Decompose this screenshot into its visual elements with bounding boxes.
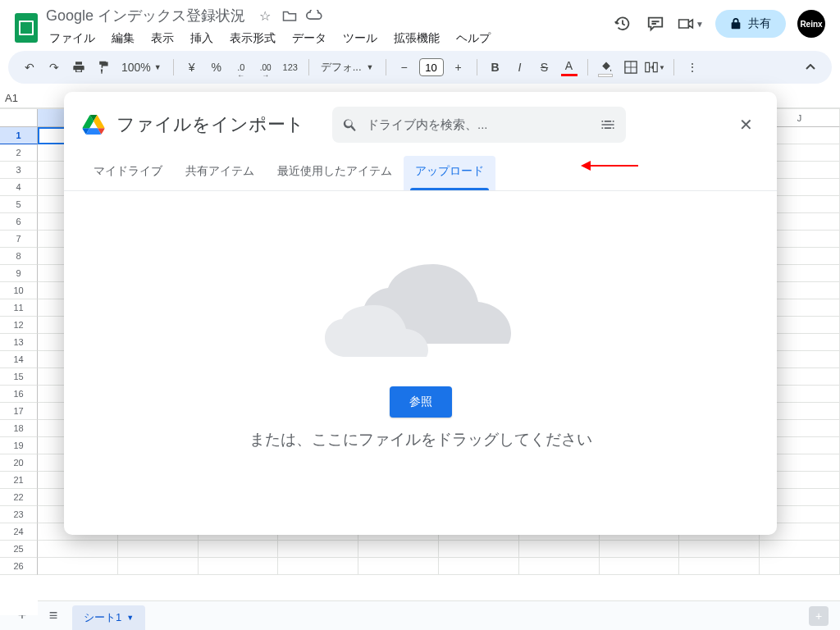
- annotation-arrow: [581, 162, 638, 169]
- import-file-dialog: ファイルをインポート ドライブ内を検索、... ✕ マイドライブ 共有アイテム …: [64, 92, 777, 535]
- drag-instruction-text: または、ここにファイルをドラッグしてください: [249, 429, 592, 450]
- search-icon: [342, 116, 358, 133]
- drive-search-box[interactable]: ドライブ内を検索、...: [332, 107, 626, 143]
- tab-recent[interactable]: 最近使用したアイテム: [266, 156, 404, 190]
- close-dialog-button[interactable]: ✕: [733, 112, 759, 138]
- tab-my-drive[interactable]: マイドライブ: [82, 156, 174, 190]
- tab-shared[interactable]: 共有アイテム: [174, 156, 266, 190]
- dialog-title: ファイルをインポート: [116, 112, 304, 137]
- tab-upload[interactable]: アップロード: [404, 156, 495, 190]
- search-options-icon[interactable]: [600, 116, 616, 133]
- upload-cloud-illustration: [314, 244, 527, 367]
- dialog-tabs: マイドライブ 共有アイテム 最近使用したアイテム アップロード: [64, 148, 777, 191]
- drive-logo-icon: [82, 115, 105, 135]
- search-placeholder: ドライブ内を検索、...: [367, 117, 591, 133]
- browse-button[interactable]: 参照: [390, 386, 452, 418]
